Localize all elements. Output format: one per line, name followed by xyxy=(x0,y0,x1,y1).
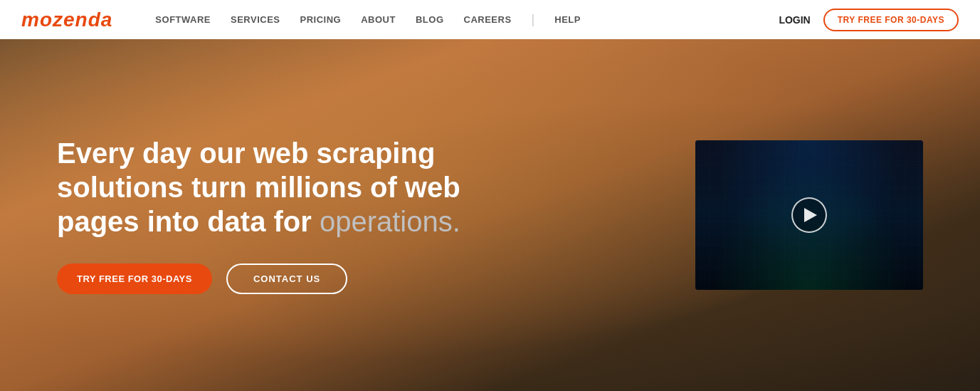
hero-buttons: TRY FREE FOR 30-DAYS CONTACT US xyxy=(57,264,460,294)
nav-pricing[interactable]: PRICING xyxy=(300,14,342,25)
nav-about[interactable]: ABOUT xyxy=(361,14,396,25)
main-nav: SOFTWARE SERVICES PRICING ABOUT BLOG CAR… xyxy=(155,12,779,27)
hero-heading-line3-static: pages into data for xyxy=(57,206,320,237)
play-button[interactable] xyxy=(791,197,827,233)
try-free-header-button[interactable]: TRY FREE FOR 30-DAYS xyxy=(823,9,959,31)
logo[interactable]: mozenda xyxy=(21,9,112,31)
nav-services[interactable]: SERVICES xyxy=(231,14,280,25)
hero-section: Every day our web scraping solutions tur… xyxy=(0,39,980,391)
header-actions: LOGIN TRY FREE FOR 30-DAYS xyxy=(779,9,959,31)
header: mozenda SOFTWARE SERVICES PRICING ABOUT … xyxy=(0,0,980,39)
nav-divider: | xyxy=(532,12,535,27)
nav-software[interactable]: SOFTWARE xyxy=(155,14,211,25)
hero-content: Every day our web scraping solutions tur… xyxy=(57,136,460,294)
video-inner xyxy=(695,140,923,290)
hero-heading-line2: solutions turn millions of web xyxy=(57,172,460,203)
play-icon xyxy=(804,208,817,222)
hero-heading-line1: Every day our web scraping xyxy=(57,137,435,169)
try-free-hero-button[interactable]: TRY FREE FOR 30-DAYS xyxy=(57,264,212,294)
nav-help[interactable]: HELP xyxy=(554,14,581,25)
hero-heading-highlight: operations. xyxy=(320,206,460,237)
video-thumbnail[interactable] xyxy=(695,140,923,290)
login-button[interactable]: LOGIN xyxy=(779,14,810,26)
nav-careers[interactable]: CAREERS xyxy=(464,14,512,25)
hero-heading: Every day our web scraping solutions tur… xyxy=(57,136,460,239)
contact-us-button[interactable]: CONTACT US xyxy=(226,264,347,294)
nav-blog[interactable]: BLOG xyxy=(416,14,444,25)
